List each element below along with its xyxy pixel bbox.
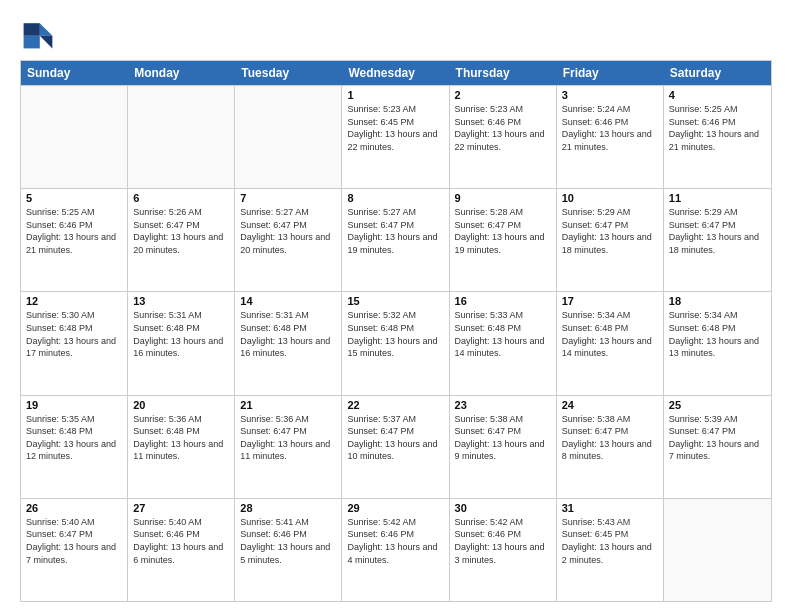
header	[20, 16, 772, 52]
day-cell-8: 8Sunrise: 5:27 AM Sunset: 6:47 PM Daylig…	[342, 189, 449, 291]
day-number: 12	[26, 295, 122, 307]
svg-rect-3	[24, 36, 40, 49]
svg-marker-0	[40, 23, 53, 36]
day-cell-3: 3Sunrise: 5:24 AM Sunset: 6:46 PM Daylig…	[557, 86, 664, 188]
day-number: 19	[26, 399, 122, 411]
day-number: 7	[240, 192, 336, 204]
day-info: Sunrise: 5:25 AM Sunset: 6:46 PM Dayligh…	[669, 103, 766, 153]
day-number: 28	[240, 502, 336, 514]
day-info: Sunrise: 5:23 AM Sunset: 6:45 PM Dayligh…	[347, 103, 443, 153]
calendar-body: 1Sunrise: 5:23 AM Sunset: 6:45 PM Daylig…	[21, 85, 771, 601]
day-number: 25	[669, 399, 766, 411]
weekday-header-saturday: Saturday	[664, 61, 771, 85]
day-number: 14	[240, 295, 336, 307]
day-info: Sunrise: 5:42 AM Sunset: 6:46 PM Dayligh…	[347, 516, 443, 566]
day-cell-28: 28Sunrise: 5:41 AM Sunset: 6:46 PM Dayli…	[235, 499, 342, 601]
day-info: Sunrise: 5:35 AM Sunset: 6:48 PM Dayligh…	[26, 413, 122, 463]
day-cell-2: 2Sunrise: 5:23 AM Sunset: 6:46 PM Daylig…	[450, 86, 557, 188]
day-info: Sunrise: 5:28 AM Sunset: 6:47 PM Dayligh…	[455, 206, 551, 256]
day-number: 22	[347, 399, 443, 411]
day-cell-7: 7Sunrise: 5:27 AM Sunset: 6:47 PM Daylig…	[235, 189, 342, 291]
day-cell-16: 16Sunrise: 5:33 AM Sunset: 6:48 PM Dayli…	[450, 292, 557, 394]
day-cell-14: 14Sunrise: 5:31 AM Sunset: 6:48 PM Dayli…	[235, 292, 342, 394]
day-info: Sunrise: 5:26 AM Sunset: 6:47 PM Dayligh…	[133, 206, 229, 256]
day-number: 29	[347, 502, 443, 514]
day-info: Sunrise: 5:34 AM Sunset: 6:48 PM Dayligh…	[669, 309, 766, 359]
empty-cell	[235, 86, 342, 188]
day-info: Sunrise: 5:33 AM Sunset: 6:48 PM Dayligh…	[455, 309, 551, 359]
logo-icon	[20, 16, 56, 52]
day-info: Sunrise: 5:32 AM Sunset: 6:48 PM Dayligh…	[347, 309, 443, 359]
calendar-header: SundayMondayTuesdayWednesdayThursdayFrid…	[21, 61, 771, 85]
weekday-header-wednesday: Wednesday	[342, 61, 449, 85]
calendar-row-3: 12Sunrise: 5:30 AM Sunset: 6:48 PM Dayli…	[21, 291, 771, 394]
day-info: Sunrise: 5:43 AM Sunset: 6:45 PM Dayligh…	[562, 516, 658, 566]
day-info: Sunrise: 5:27 AM Sunset: 6:47 PM Dayligh…	[347, 206, 443, 256]
day-number: 31	[562, 502, 658, 514]
day-number: 4	[669, 89, 766, 101]
logo	[20, 16, 60, 52]
day-number: 20	[133, 399, 229, 411]
svg-rect-2	[24, 23, 40, 36]
day-cell-6: 6Sunrise: 5:26 AM Sunset: 6:47 PM Daylig…	[128, 189, 235, 291]
day-cell-17: 17Sunrise: 5:34 AM Sunset: 6:48 PM Dayli…	[557, 292, 664, 394]
day-number: 2	[455, 89, 551, 101]
day-cell-22: 22Sunrise: 5:37 AM Sunset: 6:47 PM Dayli…	[342, 396, 449, 498]
day-cell-10: 10Sunrise: 5:29 AM Sunset: 6:47 PM Dayli…	[557, 189, 664, 291]
calendar-row-5: 26Sunrise: 5:40 AM Sunset: 6:47 PM Dayli…	[21, 498, 771, 601]
day-number: 17	[562, 295, 658, 307]
day-number: 9	[455, 192, 551, 204]
day-info: Sunrise: 5:42 AM Sunset: 6:46 PM Dayligh…	[455, 516, 551, 566]
day-cell-27: 27Sunrise: 5:40 AM Sunset: 6:46 PM Dayli…	[128, 499, 235, 601]
day-cell-1: 1Sunrise: 5:23 AM Sunset: 6:45 PM Daylig…	[342, 86, 449, 188]
day-info: Sunrise: 5:41 AM Sunset: 6:46 PM Dayligh…	[240, 516, 336, 566]
day-number: 6	[133, 192, 229, 204]
day-cell-13: 13Sunrise: 5:31 AM Sunset: 6:48 PM Dayli…	[128, 292, 235, 394]
weekday-header-tuesday: Tuesday	[235, 61, 342, 85]
day-number: 10	[562, 192, 658, 204]
day-cell-9: 9Sunrise: 5:28 AM Sunset: 6:47 PM Daylig…	[450, 189, 557, 291]
day-number: 21	[240, 399, 336, 411]
day-info: Sunrise: 5:24 AM Sunset: 6:46 PM Dayligh…	[562, 103, 658, 153]
day-number: 27	[133, 502, 229, 514]
day-cell-11: 11Sunrise: 5:29 AM Sunset: 6:47 PM Dayli…	[664, 189, 771, 291]
day-number: 18	[669, 295, 766, 307]
day-info: Sunrise: 5:29 AM Sunset: 6:47 PM Dayligh…	[562, 206, 658, 256]
day-cell-12: 12Sunrise: 5:30 AM Sunset: 6:48 PM Dayli…	[21, 292, 128, 394]
day-info: Sunrise: 5:38 AM Sunset: 6:47 PM Dayligh…	[455, 413, 551, 463]
day-cell-29: 29Sunrise: 5:42 AM Sunset: 6:46 PM Dayli…	[342, 499, 449, 601]
day-number: 1	[347, 89, 443, 101]
svg-marker-1	[40, 36, 53, 49]
day-info: Sunrise: 5:38 AM Sunset: 6:47 PM Dayligh…	[562, 413, 658, 463]
day-cell-30: 30Sunrise: 5:42 AM Sunset: 6:46 PM Dayli…	[450, 499, 557, 601]
day-info: Sunrise: 5:23 AM Sunset: 6:46 PM Dayligh…	[455, 103, 551, 153]
day-number: 15	[347, 295, 443, 307]
weekday-header-friday: Friday	[557, 61, 664, 85]
day-number: 24	[562, 399, 658, 411]
day-number: 8	[347, 192, 443, 204]
day-info: Sunrise: 5:25 AM Sunset: 6:46 PM Dayligh…	[26, 206, 122, 256]
day-cell-19: 19Sunrise: 5:35 AM Sunset: 6:48 PM Dayli…	[21, 396, 128, 498]
page: SundayMondayTuesdayWednesdayThursdayFrid…	[0, 0, 792, 612]
day-cell-5: 5Sunrise: 5:25 AM Sunset: 6:46 PM Daylig…	[21, 189, 128, 291]
day-number: 30	[455, 502, 551, 514]
day-cell-24: 24Sunrise: 5:38 AM Sunset: 6:47 PM Dayli…	[557, 396, 664, 498]
calendar-row-4: 19Sunrise: 5:35 AM Sunset: 6:48 PM Dayli…	[21, 395, 771, 498]
day-info: Sunrise: 5:34 AM Sunset: 6:48 PM Dayligh…	[562, 309, 658, 359]
day-info: Sunrise: 5:40 AM Sunset: 6:47 PM Dayligh…	[26, 516, 122, 566]
weekday-header-monday: Monday	[128, 61, 235, 85]
day-info: Sunrise: 5:39 AM Sunset: 6:47 PM Dayligh…	[669, 413, 766, 463]
day-number: 11	[669, 192, 766, 204]
day-number: 23	[455, 399, 551, 411]
day-cell-20: 20Sunrise: 5:36 AM Sunset: 6:48 PM Dayli…	[128, 396, 235, 498]
day-number: 3	[562, 89, 658, 101]
day-info: Sunrise: 5:27 AM Sunset: 6:47 PM Dayligh…	[240, 206, 336, 256]
day-info: Sunrise: 5:30 AM Sunset: 6:48 PM Dayligh…	[26, 309, 122, 359]
day-info: Sunrise: 5:29 AM Sunset: 6:47 PM Dayligh…	[669, 206, 766, 256]
day-cell-4: 4Sunrise: 5:25 AM Sunset: 6:46 PM Daylig…	[664, 86, 771, 188]
weekday-header-thursday: Thursday	[450, 61, 557, 85]
day-info: Sunrise: 5:31 AM Sunset: 6:48 PM Dayligh…	[240, 309, 336, 359]
empty-cell	[21, 86, 128, 188]
day-info: Sunrise: 5:37 AM Sunset: 6:47 PM Dayligh…	[347, 413, 443, 463]
day-number: 13	[133, 295, 229, 307]
